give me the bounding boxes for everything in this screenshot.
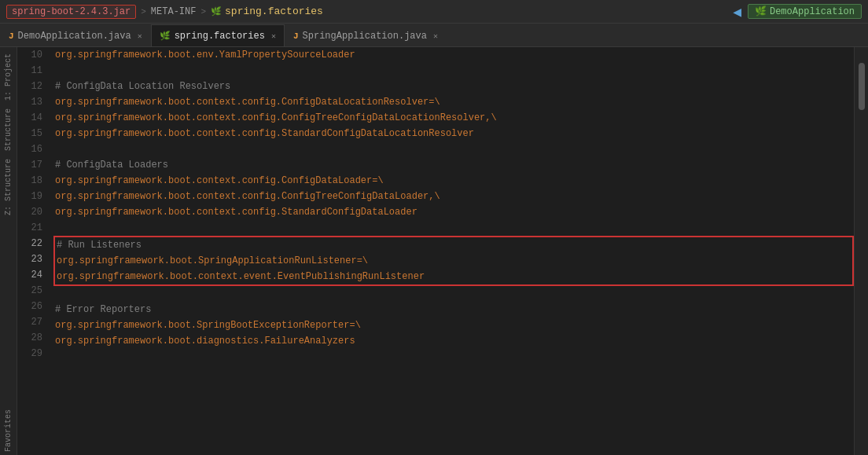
- breadcrumb-sep-1: >: [141, 7, 146, 17]
- spring-leaf-icon: [211, 6, 222, 17]
- code-line-18: org.springframework.boot.context.config.…: [55, 173, 854, 189]
- breadcrumb-bar: spring-boot-2.4.3.jar > META-INF > sprin…: [0, 0, 868, 24]
- line-19: 19: [17, 189, 49, 204]
- java-icon-demo: J: [9, 31, 14, 41]
- line-18: 18: [17, 173, 49, 189]
- line-14: 14: [17, 110, 49, 126]
- line-24: 24: [17, 267, 49, 283]
- code-line-13: org.springframework.boot.context.config.…: [55, 94, 854, 110]
- code-line-15: org.springframework.boot.context.config.…: [55, 126, 854, 141]
- line-22: 22: [17, 236, 49, 251]
- line-23: 23: [17, 251, 49, 267]
- breadcrumb-spring-factories[interactable]: spring.factories: [211, 6, 323, 17]
- main-area: 1: Project Structure Z: Structure Favori…: [0, 47, 868, 455]
- sidebar-left: 1: Project Structure Z: Structure Favori…: [0, 47, 17, 455]
- code-line-28: org.springframework.boot.diagnostics.Fai…: [55, 333, 854, 349]
- line-28: 28: [17, 330, 49, 346]
- code-line-27: org.springframework.boot.SpringBootExcep…: [55, 317, 854, 333]
- line-15: 15: [17, 126, 49, 141]
- close-tab-demo[interactable]: ✕: [138, 31, 142, 41]
- line-20: 20: [17, 204, 49, 220]
- line-10: 10: [17, 47, 49, 63]
- code-line-26: # Error Reporters: [55, 302, 854, 317]
- line-27: 27: [17, 314, 49, 330]
- breadcrumb-jar[interactable]: spring-boot-2.4.3.jar: [6, 5, 136, 19]
- code-line-17: # ConfigData Loaders: [55, 157, 854, 173]
- tab-bar: J DemoApplication.java ✕ 🌿 spring.factor…: [0, 24, 868, 47]
- code-line-10: org.springframework.boot.env.YamlPropert…: [55, 47, 854, 63]
- code-line-24: org.springframework.boot.context.event.E…: [57, 269, 852, 284]
- java-icon-springapp: J: [293, 31, 299, 41]
- code-line-21: [55, 220, 854, 236]
- sidebar-structure-label[interactable]: Structure: [2, 105, 14, 154]
- breadcrumb-sep-2: >: [200, 7, 206, 17]
- close-tab-spring[interactable]: ✕: [271, 31, 276, 41]
- demo-app-spring-icon: 🌿: [755, 6, 767, 17]
- sidebar-project-label[interactable]: 1: Project: [2, 50, 14, 104]
- line-17: 17: [17, 157, 49, 173]
- line-12: 12: [17, 79, 49, 94]
- scrollbar-indicator[interactable]: [859, 63, 865, 110]
- code-line-16: [55, 141, 854, 157]
- demo-application-button[interactable]: 🌿 DemoApplication: [748, 4, 862, 19]
- line-13: 13: [17, 94, 49, 110]
- code-line-23: org.springframework.boot.SpringApplicati…: [57, 253, 852, 269]
- code-line-12: # ConfigData Location Resolvers: [55, 79, 854, 94]
- code-line-19: org.springframework.boot.context.config.…: [55, 189, 854, 204]
- breadcrumb-meta-inf[interactable]: META-INF: [151, 6, 197, 17]
- code-line-25: [55, 286, 854, 302]
- close-tab-springapp[interactable]: ✕: [433, 31, 438, 41]
- line-number-gutter: 10 11 12 13 14 15 16 17 18 19 20 21 22 2…: [17, 47, 49, 455]
- spring-icon-tab: 🌿: [160, 31, 171, 41]
- code-line-20: org.springframework.boot.context.config.…: [55, 204, 854, 220]
- code-line-29: [55, 349, 854, 365]
- line-21: 21: [17, 220, 49, 236]
- code-editor[interactable]: org.springframework.boot.env.YamlPropert…: [49, 47, 854, 455]
- code-line-22: # Run Listeners: [57, 237, 852, 253]
- sidebar-z-structure-label[interactable]: Z: Structure: [2, 156, 14, 218]
- line-26: 26: [17, 299, 49, 314]
- line-16: 16: [17, 141, 49, 157]
- tab-spring-application[interactable]: J SpringApplication.java ✕: [285, 24, 447, 46]
- top-right-area: ◀ 🌿 DemoApplication: [730, 3, 862, 20]
- tab-spring-factories[interactable]: 🌿 spring.factories ✕: [151, 24, 285, 46]
- navigate-back-button[interactable]: ◀: [730, 3, 745, 20]
- line-25: 25: [17, 283, 49, 299]
- line-11: 11: [17, 63, 49, 79]
- sidebar-favorites-label[interactable]: Favorites: [2, 406, 14, 455]
- line-29: 29: [17, 346, 49, 361]
- code-line-14: org.springframework.boot.context.config.…: [55, 110, 854, 126]
- highlight-block: # Run Listeners org.springframework.boot…: [53, 236, 854, 286]
- tab-demo-application[interactable]: J DemoApplication.java ✕: [0, 24, 151, 46]
- sidebar-right: [854, 47, 868, 455]
- code-line-11: [55, 63, 854, 79]
